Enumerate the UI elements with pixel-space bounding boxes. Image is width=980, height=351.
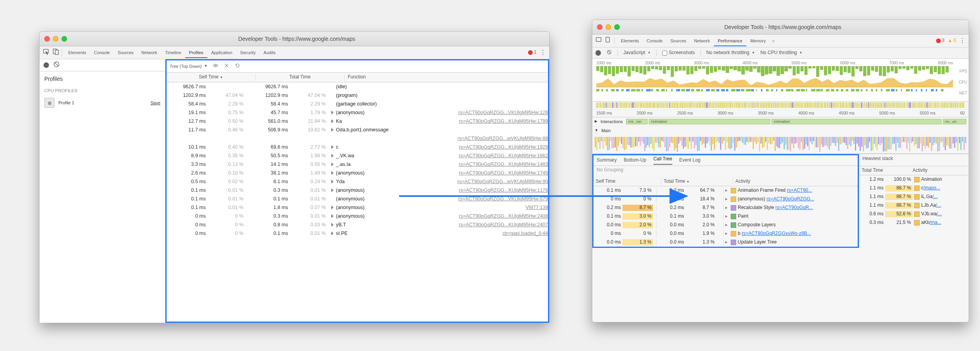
main-track[interactable]: ▼Main: [592, 126, 969, 135]
calltree-row[interactable]: 0.1 ms7.3 %1.2 ms64.7 %▶Animation Frame …: [593, 186, 858, 195]
expand-icon[interactable]: [331, 162, 334, 166]
calltree-row[interactable]: 0 ms0 %0.0 ms1.9 %▶b rs=ACT90oGqRZGGxuWo…: [593, 229, 858, 238]
lang-select[interactable]: JavaScript ▼: [623, 50, 651, 56]
table-header[interactable]: Self Time ▼ Total Time Function: [167, 73, 548, 82]
more-icon[interactable]: ⋮: [959, 37, 965, 45]
calltree-row[interactable]: 0.0 ms2.0 %0.0 ms2.0 %▶Composite Layers: [593, 221, 858, 229]
profile-row[interactable]: 9626.7 ms9626.7 ms(idle): [167, 82, 548, 91]
expand-icon[interactable]: [331, 145, 334, 149]
zoom-icon[interactable]: [62, 36, 67, 42]
heaviest-row[interactable]: 1.1 ms88.7 %iL.Ga /...: [859, 193, 969, 201]
profile-row[interactable]: 58.4 ms2.29 %58.4 ms2.29 %(garbage colle…: [167, 100, 548, 108]
warning-badge[interactable]: ▲6: [947, 38, 956, 44]
save-link[interactable]: Save: [151, 100, 160, 105]
profile-row[interactable]: 19.1 ms0.75 %45.7 ms1.79 %(anonymous)rs=…: [167, 108, 548, 117]
profile-row[interactable]: 12.7 ms0.50 %561.0 ms21.94 %Kars=ACT90oG…: [167, 117, 548, 125]
expand-icon[interactable]: [331, 180, 334, 184]
profile-row[interactable]: 11.7 ms0.46 %506.9 ms19.82 %Oda.b.port1.…: [167, 125, 548, 134]
clear-icon[interactable]: [606, 49, 612, 57]
tab-memory[interactable]: Memory: [746, 36, 770, 45]
profile-row[interactable]: 0.1 ms0.01 %0.3 ms0.01 %(anonymous)rs=AC…: [167, 186, 548, 195]
profile-row[interactable]: 0.1 ms0.01 %1.8 ms0.07 %(anonymous)VM77:…: [167, 203, 548, 212]
source-link[interactable]: rs=ACT90oGqR...: [775, 205, 813, 211]
expand-icon[interactable]: [331, 154, 334, 158]
detail-tab-bottom-up[interactable]: Bottom-Up: [624, 157, 646, 164]
tab-console[interactable]: Console: [90, 48, 114, 57]
source-link[interactable]: rs=ACT90oGqRZGG...: [766, 196, 814, 202]
expand-icon[interactable]: [331, 171, 334, 175]
source-link[interactable]: rs=ACT90oGqRZGG...KUlgM95Hw:1745: [459, 170, 548, 176]
source-link[interactable]: rs=ACT90oGqRZGG...KUlgM95Hw:1176: [459, 187, 548, 193]
detail-tab-call-tree[interactable]: Call Tree: [653, 156, 672, 165]
tab-elements[interactable]: Elements: [617, 36, 643, 45]
tab-profiles[interactable]: Profiles: [185, 48, 207, 58]
source-link[interactable]: rs=ACT90oGqRZGGxuWo-z8B...: [742, 231, 811, 237]
main-flame[interactable]: [592, 135, 969, 154]
inspect-icon[interactable]: [595, 36, 603, 45]
grouping-select[interactable]: No Grouping: [593, 166, 858, 177]
cpu-throttle-select[interactable]: No CPU throttling ▼: [760, 50, 802, 56]
record-icon[interactable]: [595, 50, 601, 56]
source-link[interactable]: VM77:139: [526, 204, 548, 211]
profile-row[interactable]: 10.1 ms0.40 %69.6 ms2.72 %crs=ACT90oGqRZ…: [167, 143, 548, 151]
tab-timeline[interactable]: Timeline: [161, 48, 185, 57]
more-tabs-icon[interactable]: »: [772, 38, 775, 44]
profile-row[interactable]: 8.9 ms0.35 %50.5 ms1.98 %_.VK.wars=ACT90…: [167, 151, 548, 160]
screenshots-check[interactable]: Screenshots: [662, 50, 695, 56]
source-link[interactable]: rs=ACT90oGqRZGG...KUlgM95Hw:2407: [459, 222, 548, 228]
profile-row[interactable]: 1202.9 ms47.04 %1202.9 ms47.04 %(program…: [167, 91, 548, 100]
source-link[interactable]: rs=ACT90oGqRZGG...KUlgM95Hw:1799: [459, 118, 548, 124]
calltree-row[interactable]: 0 ms0 %0.3 ms18.4 %▶(anonymous) rs=ACT90…: [593, 195, 858, 204]
detail-tab-event-log[interactable]: Event Log: [679, 157, 701, 164]
profile-row[interactable]: 0.5 ms0.02 %6.1 ms0.24 %Ydars=ACT90oGqRZ…: [167, 177, 548, 186]
minimize-icon[interactable]: [53, 36, 58, 42]
error-badge[interactable]: 1: [528, 49, 537, 56]
clear-icon[interactable]: [53, 61, 60, 69]
calltree-row[interactable]: 0.2 ms8.7 %0.2 ms8.7 %▶Recalculate Style…: [593, 204, 858, 212]
expand-icon[interactable]: [331, 214, 334, 218]
heaviest-row[interactable]: 1.1 ms88.7 %LJb.Aa /...: [859, 201, 969, 210]
expand-icon[interactable]: [331, 231, 334, 235]
expand-icon[interactable]: [331, 111, 334, 115]
interactions-track[interactable]: ▶Interactions Ani...ion Animation Animat…: [592, 117, 969, 126]
expand-icon[interactable]: [331, 128, 334, 132]
profile-row[interactable]: 0 ms0 %0.8 ms0.03 %yB.Trs=ACT90oGqRZGG..…: [167, 220, 548, 229]
heaviest-row[interactable]: 1.1 ms88.7 %c /maps...: [859, 184, 969, 193]
expand-icon[interactable]: [331, 119, 334, 123]
more-icon[interactable]: ⋮: [540, 49, 546, 57]
tab-performance[interactable]: Performance: [714, 36, 746, 46]
close-icon[interactable]: [597, 24, 603, 30]
source-link[interactable]: rs=ACT90oGqRZGG...wVKUlgM95Hw:88: [457, 135, 548, 142]
eye-icon[interactable]: [213, 63, 218, 69]
view-mode-select[interactable]: Tree (Top Down) ▼: [170, 64, 207, 69]
expand-icon[interactable]: [331, 206, 334, 209]
detail-tab-summary[interactable]: Summary: [597, 157, 617, 164]
profile-row[interactable]: 0.1 ms0.01 %0.1 ms0.01 %(anonymous)rs=AC…: [167, 195, 548, 203]
record-icon[interactable]: [44, 62, 49, 68]
tab-network[interactable]: Network: [690, 36, 714, 45]
tab-security[interactable]: Security: [236, 48, 260, 57]
tab-elements[interactable]: Elements: [64, 48, 90, 57]
source-link[interactable]: rs=ACT90oGqRZGG...KUlgM95Hw:2408: [459, 213, 548, 219]
source-link[interactable]: rs=ACT90oGqRZGG...wVKUlgM95Hw:90: [457, 178, 548, 185]
profile-row[interactable]: 3.3 ms0.13 %14.1 ms0.55 %_.as.Iars=ACT90…: [167, 160, 548, 169]
expand-icon[interactable]: [331, 188, 334, 192]
tab-sources[interactable]: Sources: [114, 48, 137, 57]
refresh-icon[interactable]: [235, 63, 240, 69]
device-icon[interactable]: [605, 36, 612, 45]
minimize-icon[interactable]: [606, 24, 611, 30]
expand-icon[interactable]: [331, 223, 334, 227]
net-throttle-select[interactable]: No network throttling ▼: [706, 50, 755, 56]
detail-tabs[interactable]: SummaryBottom-UpCall TreeEvent Log: [593, 155, 858, 166]
tab-audits[interactable]: Audits: [260, 48, 279, 57]
calltree-row[interactable]: 0.0 ms1.3 %0.0 ms1.3 %▶Update Layer Tree: [593, 238, 858, 247]
source-link[interactable]: rs=ACT90oGqRZGG...VKUlgM95Hw:126: [458, 109, 548, 116]
activity-strip[interactable]: [592, 102, 969, 110]
overview-pane[interactable]: 1000 ms2000 ms3000 ms4000 ms5000 ms6000 …: [592, 59, 969, 102]
profile-row[interactable]: 0 ms0 %0.1 ms0.01 %sI.PEcb=gapi.loaded_0…: [167, 229, 548, 238]
tab-sources[interactable]: Sources: [666, 36, 690, 45]
profile-row[interactable]: 2.6 ms0.10 %38.1 ms1.49 %(anonymous)rs=A…: [167, 169, 548, 177]
tab-network[interactable]: Network: [138, 48, 161, 57]
source-link[interactable]: rs=ACT90oGqRZGG...VKUlgM95Hw:679: [458, 196, 548, 202]
error-badge[interactable]: 3: [936, 38, 945, 44]
